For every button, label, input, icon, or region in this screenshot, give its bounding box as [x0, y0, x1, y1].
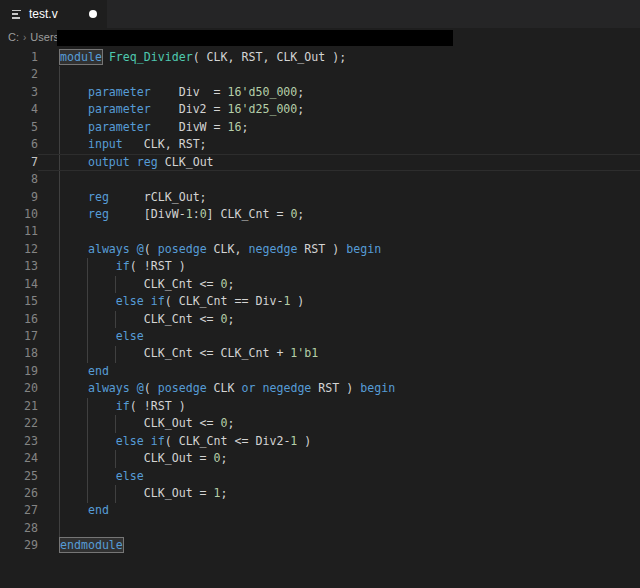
code-lines: 1module Freq_Divider( CLK, RST, CLK_Out …: [0, 49, 640, 555]
code-text: else: [38, 328, 640, 345]
line-number[interactable]: 9: [0, 189, 38, 206]
line-number[interactable]: 11: [0, 223, 38, 240]
code-line-6[interactable]: 6 input CLK, RST;: [0, 136, 640, 153]
breadcrumb-users[interactable]: Users: [30, 31, 59, 43]
code-text: always @( posedge CLK or negedge RST ) b…: [38, 380, 640, 397]
line-number[interactable]: 20: [0, 380, 38, 397]
line-number[interactable]: 6: [0, 136, 38, 153]
code-line-21[interactable]: 21 if( !RST ): [0, 398, 640, 415]
tab-bar: test.v: [0, 0, 640, 28]
file-lines-icon: [12, 9, 23, 20]
code-line-16[interactable]: 16 CLK_Cnt <= 0;: [0, 311, 640, 328]
code-line-19[interactable]: 19 end: [0, 363, 640, 380]
line-number[interactable]: 18: [0, 345, 38, 362]
code-line-22[interactable]: 22 CLK_Out <= 0;: [0, 415, 640, 432]
line-number[interactable]: 25: [0, 468, 38, 485]
code-line-29[interactable]: 29endmodule: [0, 537, 640, 554]
code-line-1[interactable]: 1module Freq_Divider( CLK, RST, CLK_Out …: [0, 49, 640, 66]
line-number[interactable]: 24: [0, 450, 38, 467]
code-line-3[interactable]: 3 parameter Div = 16'd50_000;: [0, 84, 640, 101]
code-line-14[interactable]: 14 CLK_Cnt <= 0;: [0, 276, 640, 293]
code-text: else: [38, 468, 640, 485]
tab-title: test.v: [29, 7, 58, 21]
code-text: [38, 171, 640, 188]
code-line-18[interactable]: 18 CLK_Cnt <= CLK_Cnt + 1'b1: [0, 345, 640, 362]
code-text: CLK_Cnt <= 0;: [38, 276, 640, 293]
code-editor[interactable]: 1module Freq_Divider( CLK, RST, CLK_Out …: [0, 46, 640, 588]
code-line-20[interactable]: 20 always @( posedge CLK or negedge RST …: [0, 380, 640, 397]
breadcrumb-drive[interactable]: C:: [8, 31, 19, 43]
code-line-7[interactable]: 7 output reg CLK_Out: [0, 154, 640, 171]
code-text: CLK_Out <= 0;: [38, 415, 640, 432]
code-text: else if( CLK_Cnt <= Div2-1 ): [38, 433, 640, 450]
line-number[interactable]: 2: [0, 66, 38, 83]
code-text: else if( CLK_Cnt == Div-1 ): [38, 293, 640, 310]
code-line-12[interactable]: 12 always @( posedge CLK, negedge RST ) …: [0, 241, 640, 258]
tab-test-v[interactable]: test.v: [0, 0, 107, 28]
code-text: module Freq_Divider( CLK, RST, CLK_Out )…: [38, 49, 640, 66]
redacted-path-block: [57, 30, 453, 46]
code-text: output reg CLK_Out: [38, 154, 640, 171]
line-number[interactable]: 10: [0, 206, 38, 223]
code-line-24[interactable]: 24 CLK_Out = 0;: [0, 450, 640, 467]
chevron-right-icon: ›: [23, 32, 26, 43]
line-number[interactable]: 8: [0, 171, 38, 188]
word-highlight-box: endmodule: [60, 538, 123, 552]
code-line-9[interactable]: 9 reg rCLK_Out;: [0, 189, 640, 206]
code-line-4[interactable]: 4 parameter Div2 = 16'd25_000;: [0, 101, 640, 118]
line-number[interactable]: 12: [0, 241, 38, 258]
line-number[interactable]: 4: [0, 101, 38, 118]
code-text: end: [38, 363, 640, 380]
line-number[interactable]: 27: [0, 502, 38, 519]
code-text: [38, 223, 640, 240]
code-line-25[interactable]: 25 else: [0, 468, 640, 485]
code-line-13[interactable]: 13 if( !RST ): [0, 258, 640, 275]
code-text: [38, 66, 640, 83]
line-number[interactable]: 15: [0, 293, 38, 310]
code-text: [38, 520, 640, 537]
code-text: CLK_Cnt <= 0;: [38, 311, 640, 328]
code-line-26[interactable]: 26 CLK_Out = 1;: [0, 485, 640, 502]
line-number[interactable]: 3: [0, 84, 38, 101]
line-number[interactable]: 16: [0, 311, 38, 328]
code-line-8[interactable]: 8: [0, 171, 640, 188]
code-line-23[interactable]: 23 else if( CLK_Cnt <= Div2-1 ): [0, 433, 640, 450]
line-number[interactable]: 29: [0, 537, 38, 554]
code-text: CLK_Cnt <= CLK_Cnt + 1'b1: [38, 345, 640, 362]
line-number[interactable]: 7: [0, 154, 38, 171]
line-number[interactable]: 19: [0, 363, 38, 380]
code-text: always @( posedge CLK, negedge RST ) beg…: [38, 241, 640, 258]
unsaved-changes-dot[interactable]: [89, 10, 97, 18]
line-number[interactable]: 1: [0, 49, 38, 66]
word-highlight-box: module: [60, 50, 102, 64]
code-text: input CLK, RST;: [38, 136, 640, 153]
code-text: end: [38, 502, 640, 519]
code-text: if( !RST ): [38, 258, 640, 275]
code-line-2[interactable]: 2: [0, 66, 640, 83]
line-number[interactable]: 5: [0, 119, 38, 136]
code-text: parameter Div = 16'd50_000;: [38, 84, 640, 101]
code-line-10[interactable]: 10 reg [DivW-1:0] CLK_Cnt = 0;: [0, 206, 640, 223]
code-line-28[interactable]: 28: [0, 520, 640, 537]
line-number[interactable]: 13: [0, 258, 38, 275]
code-text: endmodule: [38, 537, 640, 554]
line-number[interactable]: 26: [0, 485, 38, 502]
code-text: reg [DivW-1:0] CLK_Cnt = 0;: [38, 206, 640, 223]
line-number[interactable]: 22: [0, 415, 38, 432]
code-line-11[interactable]: 11: [0, 223, 640, 240]
line-number[interactable]: 14: [0, 276, 38, 293]
breadcrumb: C: › Users: [0, 28, 640, 46]
code-text: CLK_Out = 0;: [38, 450, 640, 467]
code-line-17[interactable]: 17 else: [0, 328, 640, 345]
code-text: CLK_Out = 1;: [38, 485, 640, 502]
line-number[interactable]: 23: [0, 433, 38, 450]
line-number[interactable]: 21: [0, 398, 38, 415]
code-line-27[interactable]: 27 end: [0, 502, 640, 519]
code-line-15[interactable]: 15 else if( CLK_Cnt == Div-1 ): [0, 293, 640, 310]
code-line-5[interactable]: 5 parameter DivW = 16;: [0, 119, 640, 136]
code-text: parameter DivW = 16;: [38, 119, 640, 136]
line-number[interactable]: 17: [0, 328, 38, 345]
code-text: reg rCLK_Out;: [38, 189, 640, 206]
line-number[interactable]: 28: [0, 520, 38, 537]
code-text: parameter Div2 = 16'd25_000;: [38, 101, 640, 118]
